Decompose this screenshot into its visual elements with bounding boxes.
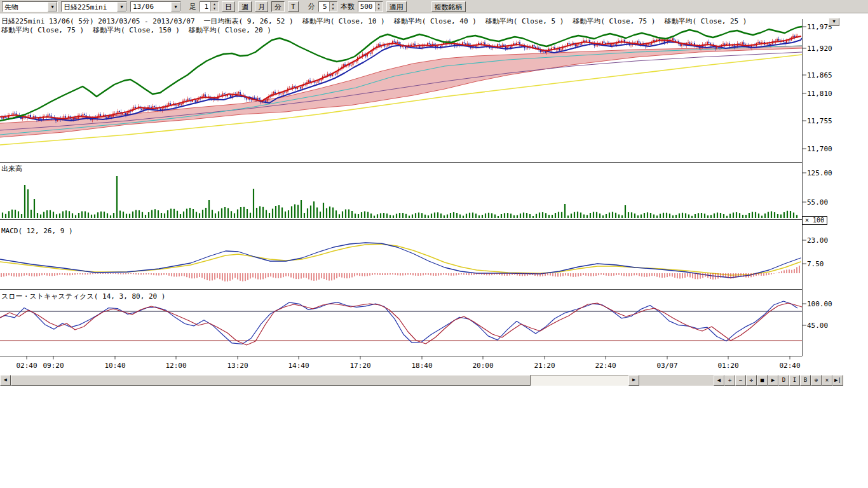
stoch-axis-label: 100.00: [807, 300, 832, 308]
chevron-down-icon[interactable]: ▼: [171, 2, 180, 11]
close-button[interactable]: ✕: [822, 375, 832, 386]
legend-ma75b: 移動平均( Close, 75 ): [1, 25, 84, 35]
interval-stepper[interactable]: 1 ▲▼: [200, 1, 219, 12]
play-button[interactable]: ▶: [768, 375, 778, 386]
volume-scale-badge: × 100: [802, 216, 827, 225]
bars-label: 本数: [341, 2, 355, 11]
contract-month-select[interactable]: 13/06 ▼: [130, 1, 181, 12]
time-axis-label: 17:20: [345, 362, 376, 370]
apply-button[interactable]: 適用: [386, 1, 407, 12]
legend-ma5: 移動平均( Close, 5 ): [485, 17, 564, 26]
time-axis-label: 18:40: [407, 362, 437, 370]
legend-ma150: 移動平均( Close, 150 ): [93, 25, 180, 35]
crosshair-button[interactable]: ✛: [746, 375, 757, 386]
time-axis-label: 03/07: [652, 362, 682, 370]
price-axis-label: 11,865: [807, 71, 832, 79]
time-axis-label: 14:40: [283, 362, 314, 370]
time-axis-label: 01:20: [713, 362, 743, 370]
legend-ma20: 移動平均( Close, 20 ): [189, 25, 271, 35]
chart-tool-buttons: ◀＋−✛■▶DIB⊕✕▶|: [714, 375, 843, 386]
price-axis-label: 11,700: [807, 145, 832, 153]
contract-month-value: 13/06: [131, 2, 171, 11]
legend-ma40: 移動平均( Close, 40 ): [394, 17, 477, 26]
scrollbar-thumb[interactable]: [11, 375, 531, 386]
chart-canvas[interactable]: [0, 13, 868, 375]
time-axis-label: 09:20: [38, 362, 69, 370]
price-axis-label: 11,755: [807, 117, 832, 125]
indicator-legend-row-2: 移動平均( Close, 75 ) 移動平均( Close, 150 ) 移動平…: [1, 25, 271, 35]
time-axis-label: 10:40: [100, 362, 130, 370]
bars-value: 500: [358, 2, 375, 11]
minute-value: 5: [319, 2, 329, 11]
macd-axis-label: 7.50: [807, 260, 824, 268]
stop-button[interactable]: ■: [757, 375, 768, 386]
bars-stepper[interactable]: 500 ▲▼: [358, 1, 383, 12]
axis-dropdown-button[interactable]: ▼: [829, 18, 839, 26]
multi-symbol-button[interactable]: 複数銘柄: [431, 1, 466, 12]
time-axis-label: 22:40: [590, 362, 621, 370]
zoom-in-button[interactable]: ＋: [724, 375, 735, 386]
scroll-end-button[interactable]: ▶|: [832, 375, 843, 386]
chart-region[interactable]: 日経225mini 13/06( 5分) 2013/03/05 - 2013/0…: [0, 13, 868, 375]
legend-ma25: 移動平均( Close, 25 ): [664, 17, 747, 26]
interval-value: 1: [200, 2, 210, 11]
chart-title: 日経225mini 13/06( 5分) 2013/03/05 - 2013/0…: [1, 17, 195, 26]
volume-pane-label: 出来高: [1, 164, 22, 173]
scroll-right-arrow[interactable]: ▶: [628, 375, 639, 386]
scroll-start-button[interactable]: ◀: [714, 375, 724, 386]
main-toolbar: 先物 ▼ 日経225mini ▼ 13/06 ▼ 足 1 ▲▼ 日 週 月 分 …: [0, 0, 868, 13]
period-month-button[interactable]: 月: [255, 1, 268, 12]
minute-stepper[interactable]: 5 ▲▼: [318, 1, 337, 12]
i-mode-button[interactable]: I: [789, 375, 800, 386]
price-axis-label: 11,810: [807, 90, 832, 98]
instrument-type-value: 先物: [3, 2, 48, 11]
spinner-arrows-icon[interactable]: ▲▼: [375, 2, 383, 11]
d-mode-button[interactable]: D: [778, 375, 789, 386]
magnify-button[interactable]: ⊕: [811, 375, 822, 386]
scrollbar-filler: [639, 375, 714, 386]
spinner-arrows-icon[interactable]: ▲▼: [329, 2, 337, 11]
scroll-left-arrow[interactable]: ◀: [0, 375, 11, 386]
period-tick-button[interactable]: T: [288, 1, 299, 12]
volume-axis-label: 55.00: [807, 198, 828, 207]
legend-ichimoku: 一目均衡表( 9, 26, 52 ): [204, 17, 294, 26]
period-minute-button[interactable]: 分: [271, 1, 285, 12]
time-axis-label: 20:00: [468, 362, 498, 370]
minute-label: 分: [308, 2, 315, 11]
macd-pane-label: MACD( 12, 26, 9 ): [1, 227, 73, 235]
period-day-button[interactable]: 日: [222, 1, 235, 12]
price-axis-label: 11,920: [807, 44, 832, 53]
legend-ma10: 移動平均( Close, 10 ): [302, 17, 385, 26]
chevron-down-icon[interactable]: ▼: [48, 2, 57, 11]
horizontal-scrollbar: ◀ ▶ ◀＋−✛■▶DIB⊕✕▶|: [0, 375, 843, 386]
time-axis-label: 02:40: [11, 362, 42, 370]
instrument-value: 日経225mini: [62, 2, 117, 11]
b-mode-button[interactable]: B: [800, 375, 811, 386]
time-axis-label: 13:20: [222, 362, 253, 370]
zoom-out-button[interactable]: −: [735, 375, 746, 386]
time-axis-label: 02:40: [775, 362, 805, 370]
ashi-label: 足: [189, 2, 196, 11]
spinner-arrows-icon[interactable]: ▲▼: [210, 2, 218, 11]
instrument-type-select[interactable]: 先物 ▼: [2, 1, 58, 12]
period-week-button[interactable]: 週: [238, 1, 252, 12]
instrument-select[interactable]: 日経225mini ▼: [61, 1, 127, 12]
time-axis-label: 21:20: [529, 362, 560, 370]
time-axis-label: 12:00: [161, 362, 191, 370]
stoch-axis-label: 45.00: [807, 322, 828, 330]
macd-axis-label: 23.00: [807, 236, 828, 245]
scrollbar-track[interactable]: [531, 375, 628, 386]
chevron-down-icon[interactable]: ▼: [117, 2, 126, 11]
indicator-legend-row-1: 日経225mini 13/06( 5分) 2013/03/05 - 2013/0…: [1, 17, 747, 26]
stoch-pane-label: スロー・ストキャスティクス( 14, 3, 80, 20 ): [1, 292, 165, 301]
volume-axis-label: 125.00: [807, 169, 832, 177]
legend-ma75: 移動平均( Close, 75 ): [573, 17, 655, 26]
